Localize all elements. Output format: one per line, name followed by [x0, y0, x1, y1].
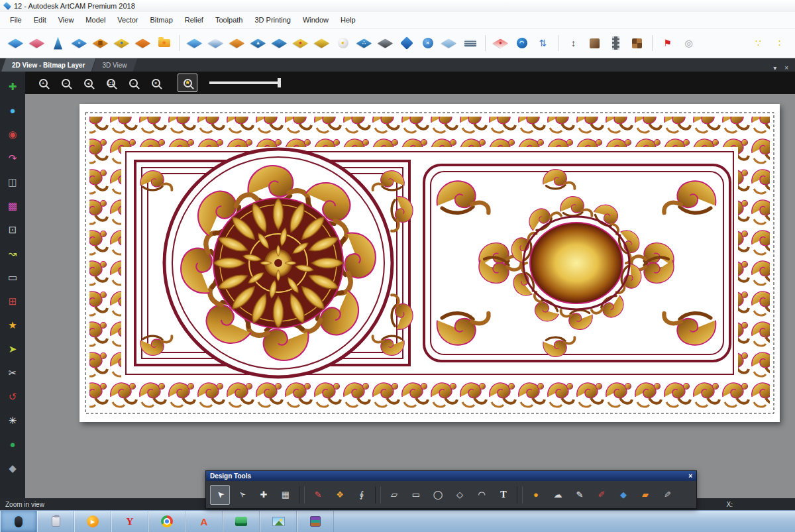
- add-relief-icon[interactable]: ✚: [3, 77, 22, 95]
- mirror-relief-icon[interactable]: [207, 34, 225, 52]
- swirl-curve-icon[interactable]: ↺: [3, 387, 22, 405]
- slider-handle[interactable]: [278, 78, 281, 87]
- tab-3d-view[interactable]: 3D View: [91, 58, 137, 72]
- menu-view[interactable]: View: [52, 14, 80, 26]
- menu-model[interactable]: Model: [80, 14, 111, 26]
- clipart-star-icon[interactable]: ★: [3, 315, 22, 334]
- preview-circle-icon[interactable]: ◎: [680, 34, 698, 52]
- sort-layers-icon[interactable]: ⇅: [534, 34, 552, 52]
- blue-plane-icon[interactable]: [398, 34, 415, 52]
- color-droplet-icon[interactable]: ●: [492, 34, 509, 52]
- freehand-draw-tool[interactable]: ✎: [308, 485, 328, 505]
- new-model-icon[interactable]: [7, 34, 25, 52]
- select-vectors-tool[interactable]: ➤: [210, 485, 230, 505]
- menu-vector[interactable]: Vector: [111, 14, 144, 26]
- rectangle-shape-icon[interactable]: ▭: [3, 268, 22, 286]
- separator[interactable]: [649, 34, 655, 52]
- gold-relief-icon[interactable]: [313, 34, 331, 52]
- zoom-previous-button[interactable]: ◂: [78, 74, 98, 92]
- separator[interactable]: [176, 34, 182, 52]
- two-rail-sweep-icon[interactable]: ∘: [70, 34, 88, 52]
- ring-relief-icon[interactable]: ◦: [270, 34, 288, 52]
- taskbar-yandex-browser[interactable]: Y: [111, 511, 148, 532]
- menu-bitmap[interactable]: Bitmap: [144, 14, 179, 26]
- zoom-out-button[interactable]: −: [56, 74, 76, 92]
- layer-stack-icon[interactable]: [461, 34, 479, 52]
- envelope-distort-tool[interactable]: ▦: [276, 485, 295, 505]
- relief-block-icon[interactable]: ◆: [3, 458, 22, 477]
- menu-edit[interactable]: Edit: [28, 14, 52, 26]
- sphere-ring-icon[interactable]: ◠: [513, 34, 531, 52]
- taskbar-chrome[interactable]: [148, 511, 186, 532]
- material-swatch-icon[interactable]: [586, 34, 604, 52]
- light-source-icon[interactable]: ●: [334, 34, 352, 52]
- raise-relief-icon[interactable]: ▴: [249, 34, 267, 52]
- menu-toolpath[interactable]: Toolpath: [209, 14, 249, 26]
- shape-editor-tool[interactable]: ❖: [330, 485, 350, 505]
- canvas-viewport[interactable]: [25, 94, 795, 498]
- palette-title-bar[interactable]: Design Tools ×: [206, 471, 696, 481]
- spline-draw-icon[interactable]: ↷: [3, 148, 22, 167]
- palette-close-icon[interactable]: ×: [688, 472, 692, 480]
- tab-2d-view[interactable]: 2D View - Bitmap Layer: [1, 58, 95, 72]
- paint-brush-tool[interactable]: ✐: [592, 485, 611, 505]
- erase-relief-icon[interactable]: [28, 34, 46, 52]
- zoom-slider[interactable]: [209, 78, 281, 88]
- import-clipart-icon[interactable]: ★: [155, 34, 173, 52]
- dot-pair-icon[interactable]: ∶: [770, 34, 788, 52]
- create-text-tool[interactable]: T: [494, 485, 513, 505]
- wide-brush-tool[interactable]: ▰: [635, 485, 655, 505]
- swatch-grid-icon[interactable]: [628, 34, 646, 52]
- create-ellipse-tool[interactable]: ◯: [428, 485, 448, 505]
- shape-overlay-icon[interactable]: ⊡: [3, 220, 22, 239]
- mirror-tool-icon[interactable]: ◫: [3, 172, 22, 191]
- create-arc-tool[interactable]: ◠: [472, 485, 492, 505]
- pale-plane-icon[interactable]: [440, 34, 458, 52]
- separator[interactable]: [482, 34, 488, 52]
- menu-3d-printing[interactable]: 3D Printing: [248, 14, 296, 26]
- separator[interactable]: [517, 486, 523, 504]
- separator[interactable]: [555, 34, 561, 52]
- taskbar-artcam[interactable]: A: [186, 511, 223, 532]
- smooth-relief-icon[interactable]: [49, 34, 67, 52]
- taskbar-photo-viewer[interactable]: [260, 511, 297, 532]
- nest-dots-icon[interactable]: ∵: [749, 34, 767, 52]
- menu-window[interactable]: Window: [297, 14, 335, 26]
- taskbar-winrar[interactable]: [297, 511, 334, 532]
- toolpath-flag-icon[interactable]: ⚑: [659, 34, 676, 52]
- weave-wizard-icon[interactable]: ▦: [91, 34, 109, 52]
- texture-relief-icon[interactable]: ∴: [355, 34, 373, 52]
- create-polyline-tool[interactable]: ▱: [384, 485, 404, 505]
- zoom-objects-button[interactable]: ★: [178, 74, 197, 92]
- separator[interactable]: [375, 486, 381, 504]
- taskbar-3d-printing[interactable]: [223, 511, 260, 532]
- face-wizard-icon[interactable]: ●: [113, 34, 131, 52]
- measure-height-icon[interactable]: ↕: [564, 34, 582, 52]
- taskbar-media-player[interactable]: ▶: [74, 511, 111, 532]
- design-canvas[interactable]: [80, 104, 780, 422]
- contour-trace-tool[interactable]: ∮: [352, 485, 372, 505]
- texture-circle-icon[interactable]: ◉: [3, 125, 22, 143]
- view-menu-icon[interactable]: ▾: [773, 64, 776, 72]
- close-view-icon[interactable]: ×: [784, 64, 788, 72]
- zoom-in-button[interactable]: +: [33, 74, 53, 92]
- airbrush-tool[interactable]: ☁: [548, 485, 568, 505]
- vector-draw-icon[interactable]: ➤: [3, 339, 22, 358]
- transform-vectors-tool[interactable]: ✚: [254, 485, 274, 505]
- filmstrip-icon[interactable]: [607, 34, 625, 52]
- flat-plane-icon[interactable]: [186, 34, 203, 52]
- zoom-extents-button[interactable]: ×: [146, 74, 166, 92]
- menu-relief[interactable]: Relief: [179, 14, 209, 26]
- draw-pencil-tool[interactable]: ✎: [570, 485, 590, 505]
- create-rectangle-tool[interactable]: ▭: [406, 485, 426, 505]
- separator[interactable]: [299, 486, 305, 504]
- fine-pencil-tool[interactable]: ✎: [657, 485, 677, 505]
- starburst-icon[interactable]: ✳: [3, 411, 22, 429]
- snap-region-icon[interactable]: ⊞: [3, 292, 22, 310]
- extrude-icon[interactable]: [134, 34, 152, 52]
- fluid-relief-tool[interactable]: ●: [526, 485, 546, 505]
- dark-layers-icon[interactable]: [376, 34, 394, 52]
- offset-relief-icon[interactable]: [228, 34, 246, 52]
- zoom-window-button[interactable]: ▫: [123, 74, 143, 92]
- green-dome-icon[interactable]: ●: [3, 435, 22, 453]
